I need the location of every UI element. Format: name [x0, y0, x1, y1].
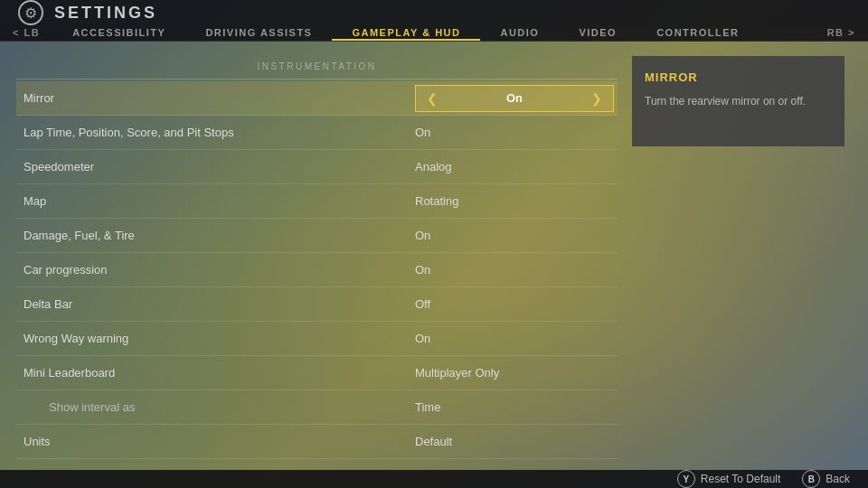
- back-button-icon: B: [802, 470, 820, 488]
- bottom-bar: Y Reset To Default B Back: [0, 470, 868, 488]
- tab-audio[interactable]: AUDIO: [480, 25, 559, 41]
- setting-row-delta-bar[interactable]: Delta Bar Off: [16, 287, 618, 322]
- tab-video[interactable]: VIDEO: [559, 25, 637, 41]
- mirror-prev-arrow[interactable]: ❮: [423, 91, 441, 106]
- section-header: INSTRUMENTATION: [16, 56, 618, 80]
- tab-controller[interactable]: CONTROLLER: [637, 25, 759, 41]
- tab-gameplay-hud[interactable]: GAMEPLAY & HUD: [332, 25, 480, 41]
- setting-label-damage: Damage, Fuel, & Tire: [20, 229, 415, 242]
- setting-value-speedometer: Analog: [415, 160, 614, 174]
- setting-label-speedometer: Speedometer: [20, 160, 415, 174]
- setting-label-show-interval: Show interval as: [20, 400, 415, 414]
- info-title: MIRROR: [645, 70, 832, 84]
- mirror-next-arrow[interactable]: ❯: [588, 91, 606, 106]
- setting-row-laptime[interactable]: Lap Time, Position, Score, and Pit Stops…: [16, 116, 618, 150]
- setting-value-delta-bar: Off: [415, 297, 614, 311]
- setting-value-units: Default: [415, 435, 614, 448]
- setting-value-laptime: On: [415, 126, 614, 139]
- setting-value-car-progression: On: [415, 263, 614, 277]
- setting-label-units: Units: [20, 435, 415, 448]
- mirror-value-text: On: [441, 91, 588, 105]
- reset-label: Reset To Default: [701, 473, 781, 485]
- setting-row-mini-leaderboard[interactable]: Mini Leaderboard Multiplayer Only: [16, 356, 618, 390]
- setting-label-car-progression: Car progression: [20, 263, 415, 277]
- setting-value-show-interval: Time: [415, 400, 614, 414]
- info-description: Turn the rearview mirror on or off.: [645, 93, 832, 109]
- info-panel: MIRROR Turn the rearview mirror on or of…: [632, 56, 844, 459]
- page-title: SETTINGS: [54, 4, 157, 23]
- setting-label-mini-leaderboard: Mini Leaderboard: [20, 366, 415, 380]
- nav-rb-button[interactable]: RB >: [815, 25, 868, 41]
- nav-lb-button[interactable]: < LB: [0, 25, 52, 41]
- back-action[interactable]: B Back: [802, 470, 850, 488]
- reset-to-default-action[interactable]: Y Reset To Default: [677, 470, 781, 488]
- setting-label-wrong-way: Wrong Way warning: [20, 332, 415, 345]
- setting-label-mirror: Mirror: [20, 91, 415, 105]
- top-bar: ⚙ SETTINGS: [0, 0, 868, 25]
- mirror-value-control: ❮ On ❯: [415, 85, 614, 112]
- setting-value-wrong-way: On: [415, 332, 614, 345]
- tab-accessibility[interactable]: ACCESSIBILITY: [52, 25, 185, 41]
- content-area: INSTRUMENTATION Mirror ❮ On ❯ Lap Time, …: [0, 42, 868, 470]
- setting-label-delta-bar: Delta Bar: [20, 297, 415, 311]
- setting-row-wrong-way[interactable]: Wrong Way warning On: [16, 322, 618, 356]
- setting-value-damage: On: [415, 229, 614, 242]
- setting-row-damage[interactable]: Damage, Fuel, & Tire On: [16, 219, 618, 253]
- setting-row-units[interactable]: Units Default: [16, 425, 618, 459]
- nav-tabs: < LB ACCESSIBILITY DRIVING ASSISTS GAMEP…: [0, 25, 868, 42]
- back-label: Back: [826, 473, 850, 485]
- setting-row-speedometer[interactable]: Speedometer Analog: [16, 150, 618, 184]
- setting-row-car-progression[interactable]: Car progression On: [16, 253, 618, 287]
- reset-button-icon: Y: [677, 470, 695, 488]
- setting-label-map: Map: [20, 194, 415, 208]
- settings-panel: INSTRUMENTATION Mirror ❮ On ❯ Lap Time, …: [16, 56, 618, 459]
- settings-gear-icon: ⚙: [18, 0, 43, 25]
- info-box: MIRROR Turn the rearview mirror on or of…: [632, 56, 844, 146]
- main-container: ⚙ SETTINGS < LB ACCESSIBILITY DRIVING AS…: [0, 0, 868, 488]
- setting-value-map: Rotating: [415, 194, 614, 208]
- settings-list: Mirror ❮ On ❯ Lap Time, Position, Score,…: [16, 81, 618, 459]
- setting-row-mirror[interactable]: Mirror ❮ On ❯: [16, 81, 618, 116]
- setting-value-mini-leaderboard: Multiplayer Only: [415, 366, 614, 380]
- setting-row-show-interval[interactable]: Show interval as Time: [16, 390, 618, 425]
- setting-row-map[interactable]: Map Rotating: [16, 184, 618, 219]
- tab-driving-assists[interactable]: DRIVING ASSISTS: [185, 25, 332, 41]
- setting-label-laptime: Lap Time, Position, Score, and Pit Stops: [20, 126, 415, 139]
